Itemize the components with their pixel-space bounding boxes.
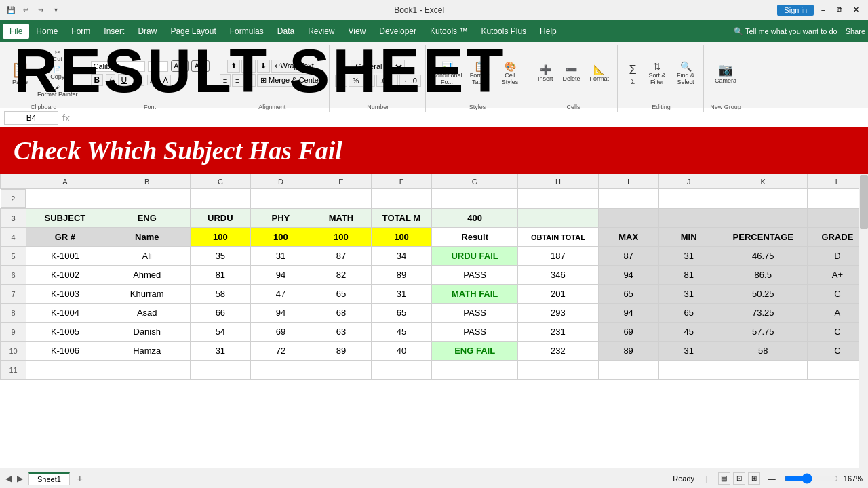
row9-name[interactable]: Danish <box>104 323 190 342</box>
row4-name[interactable]: Name <box>104 228 190 247</box>
row6-urdu[interactable]: 94 <box>250 266 311 285</box>
percent-button[interactable]: % <box>349 75 363 87</box>
row6-math[interactable]: 89 <box>371 266 431 285</box>
row8-id[interactable]: K-1004 <box>26 304 104 323</box>
align-middle-button[interactable]: ↔ <box>241 60 256 73</box>
row4-100-urdu[interactable]: 100 <box>250 228 311 247</box>
row7-result[interactable]: MATH FAIL <box>432 285 518 304</box>
save-icon[interactable]: 💾 <box>5 5 16 16</box>
close-button[interactable]: ✕ <box>849 3 863 17</box>
menu-form[interactable]: Form <box>64 24 97 39</box>
align-center-button[interactable]: ≡ <box>232 74 243 87</box>
cut-button[interactable]: ✂Cut <box>35 47 81 64</box>
row10-phy[interactable]: 89 <box>311 342 371 361</box>
col-d-header[interactable]: D <box>250 174 311 189</box>
col-k-header[interactable]: K <box>719 174 807 189</box>
row7-id[interactable]: K-1003 <box>26 285 104 304</box>
row10-eng[interactable]: 31 <box>190 342 250 361</box>
border-button[interactable]: ⊞ <box>133 75 144 86</box>
row3-math[interactable]: MATH <box>311 209 371 228</box>
page-layout-view-button[interactable]: ⊡ <box>733 472 745 485</box>
row8-total[interactable]: 293 <box>518 304 598 323</box>
row10-urdu[interactable]: 72 <box>250 342 311 361</box>
row4-percentage[interactable]: PERCENTAGE <box>719 228 807 247</box>
row9-max[interactable]: 69 <box>598 323 658 342</box>
minimize-button[interactable]: − <box>816 3 830 17</box>
row8-phy[interactable]: 68 <box>311 304 371 323</box>
row4-max[interactable]: MAX <box>598 228 658 247</box>
row7-name[interactable]: Khurram <box>104 285 190 304</box>
row11-j[interactable] <box>658 361 719 380</box>
row4-obtain-total[interactable]: OBTAIN TOTAL <box>518 228 598 247</box>
col-j-header[interactable]: J <box>658 174 719 189</box>
row10-pct[interactable]: 58 <box>719 342 807 361</box>
row6-eng[interactable]: 81 <box>190 266 250 285</box>
cell-styles-button[interactable]: 🎨CellStyles <box>496 56 524 91</box>
undo-icon[interactable]: ↩ <box>20 5 31 16</box>
sort-filter-button[interactable]: ⇅Sort &Filter <box>644 56 671 91</box>
row6-phy[interactable]: 82 <box>311 266 371 285</box>
decrease-decimal-button[interactable]: ←.0 <box>399 75 421 87</box>
row5-max[interactable]: 87 <box>598 247 658 266</box>
row10-min[interactable]: 31 <box>658 342 719 361</box>
row8-pct[interactable]: 73.25 <box>719 304 807 323</box>
format-table-button[interactable]: 📋FormatTab... <box>464 56 495 91</box>
row3-totalm[interactable]: TOTAL M <box>371 209 431 228</box>
row4-min[interactable]: MIN <box>658 228 719 247</box>
row6-min[interactable]: 81 <box>658 266 719 285</box>
row9-math[interactable]: 45 <box>371 323 431 342</box>
row11-d[interactable] <box>250 361 311 380</box>
row8-urdu[interactable]: 94 <box>250 304 311 323</box>
row4-100-eng[interactable]: 100 <box>190 228 250 247</box>
row5-urdu[interactable]: 31 <box>250 247 311 266</box>
row2-d[interactable] <box>250 189 311 209</box>
comma-button[interactable]: , <box>365 75 375 87</box>
zoom-slider[interactable] <box>784 473 838 484</box>
row11-g[interactable] <box>432 361 518 380</box>
font-size-increase[interactable]: A▲ <box>171 60 189 72</box>
menu-view[interactable]: View <box>342 24 373 39</box>
find-select-button[interactable]: 🔍Find &Select <box>672 56 699 91</box>
row3-k[interactable] <box>719 209 807 228</box>
row3-phy[interactable]: PHY <box>250 209 311 228</box>
row5-min[interactable]: 31 <box>658 247 719 266</box>
row6-id[interactable]: K-1002 <box>26 266 104 285</box>
col-g-header[interactable]: G <box>432 174 518 189</box>
vertical-scrollbar[interactable] <box>859 174 868 468</box>
menu-developer[interactable]: Developer <box>372 24 423 39</box>
row5-math[interactable]: 34 <box>371 247 431 266</box>
row11-b[interactable] <box>104 361 190 380</box>
row5-phy[interactable]: 87 <box>311 247 371 266</box>
normal-view-button[interactable]: ▤ <box>718 472 730 485</box>
share-button[interactable]: Share <box>846 27 865 35</box>
row3-i[interactable] <box>598 209 658 228</box>
restore-button[interactable]: ⧉ <box>833 3 846 17</box>
row7-urdu[interactable]: 47 <box>250 285 311 304</box>
more-icon[interactable]: ▾ <box>50 5 61 16</box>
row8-min[interactable]: 65 <box>658 304 719 323</box>
bold-button[interactable]: B <box>91 74 104 86</box>
row2-j[interactable] <box>658 189 719 209</box>
row4-100-math[interactable]: 100 <box>371 228 431 247</box>
row11-a[interactable] <box>26 361 104 380</box>
row3-400[interactable]: 400 <box>432 209 518 228</box>
currency-button[interactable]: $ <box>335 75 347 87</box>
row5-total[interactable]: 187 <box>518 247 598 266</box>
cell-reference-input[interactable] <box>4 111 58 125</box>
row8-name[interactable]: Asad <box>104 304 190 323</box>
row10-math[interactable]: 40 <box>371 342 431 361</box>
row11-h[interactable] <box>518 361 598 380</box>
row3-eng[interactable]: ENG <box>104 209 190 228</box>
insert-button[interactable]: ➕Insert <box>534 56 557 91</box>
menu-kutools-plus[interactable]: Kutools Plus <box>474 24 533 39</box>
menu-review[interactable]: Review <box>301 24 341 39</box>
font-size-decrease[interactable]: A▼ <box>191 60 210 72</box>
row9-total[interactable]: 231 <box>518 323 598 342</box>
wrap-text-button[interactable]: ↵Wrap Text <box>271 60 317 73</box>
format-button[interactable]: 📐Format <box>586 56 614 91</box>
row11-f[interactable] <box>371 361 431 380</box>
row8-math[interactable]: 65 <box>371 304 431 323</box>
italic-button[interactable]: I <box>106 74 115 86</box>
row6-pct[interactable]: 86.5 <box>719 266 807 285</box>
row9-eng[interactable]: 54 <box>190 323 250 342</box>
